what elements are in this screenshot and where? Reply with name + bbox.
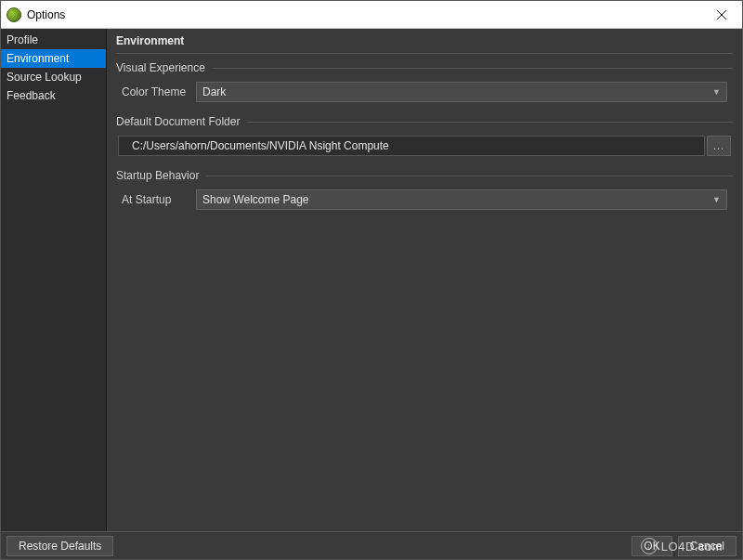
close-button[interactable] (700, 1, 742, 29)
color-theme-select[interactable]: Dark ▼ (196, 82, 727, 102)
field-at-startup: At Startup Show Welcome Page ▼ (116, 189, 733, 210)
browse-button[interactable]: ... (707, 136, 731, 156)
sidebar-item-source-lookup[interactable]: Source Lookup (1, 68, 106, 86)
group-title: Visual Experience (116, 61, 213, 74)
chevron-down-icon: ▼ (712, 195, 721, 204)
window-title: Options (27, 8, 65, 21)
field-document-folder: C:/Users/ahorn/Documents/NVIDIA Nsight C… (116, 136, 733, 156)
options-window: Options Profile Environment Source Looku… (0, 0, 743, 560)
document-folder-input[interactable]: C:/Users/ahorn/Documents/NVIDIA Nsight C… (118, 136, 705, 156)
group-header: Default Document Folder (116, 115, 733, 128)
select-value: Dark (202, 85, 712, 98)
divider (206, 176, 733, 176)
select-value: Show Welcome Page (202, 193, 712, 206)
titlebar[interactable]: Options (1, 1, 742, 29)
group-default-document-folder: Default Document Folder C:/Users/ahorn/D… (116, 115, 733, 156)
ok-button[interactable]: OK (632, 536, 671, 556)
group-visual-experience: Visual Experience Color Theme Dark ▼ (116, 61, 733, 102)
body-area: Profile Environment Source Lookup Feedba… (1, 29, 742, 531)
at-startup-select[interactable]: Show Welcome Page ▼ (196, 189, 727, 210)
content-panel: Environment Visual Experience Color Them… (107, 29, 742, 531)
divider (213, 68, 733, 69)
group-title: Startup Behavior (116, 169, 206, 182)
group-header: Startup Behavior (116, 169, 733, 182)
field-color-theme: Color Theme Dark ▼ (116, 82, 733, 102)
divider (247, 122, 733, 123)
at-startup-label: At Startup (122, 193, 189, 206)
cancel-button[interactable]: Cancel (678, 536, 736, 556)
app-icon (7, 7, 21, 22)
close-icon (717, 10, 726, 20)
group-header: Visual Experience (116, 61, 733, 74)
sidebar-item-feedback[interactable]: Feedback (1, 86, 106, 105)
sidebar-item-profile[interactable]: Profile (1, 31, 106, 49)
chevron-down-icon: ▼ (712, 87, 721, 97)
page-title: Environment (116, 33, 733, 54)
group-startup-behavior: Startup Behavior At Startup Show Welcome… (116, 169, 733, 210)
sidebar-item-environment[interactable]: Environment (1, 49, 106, 68)
sidebar: Profile Environment Source Lookup Feedba… (1, 29, 107, 531)
footer: Restore Defaults OK Cancel (1, 531, 742, 559)
group-title: Default Document Folder (116, 115, 247, 128)
color-theme-label: Color Theme (122, 85, 189, 98)
restore-defaults-button[interactable]: Restore Defaults (7, 536, 113, 556)
